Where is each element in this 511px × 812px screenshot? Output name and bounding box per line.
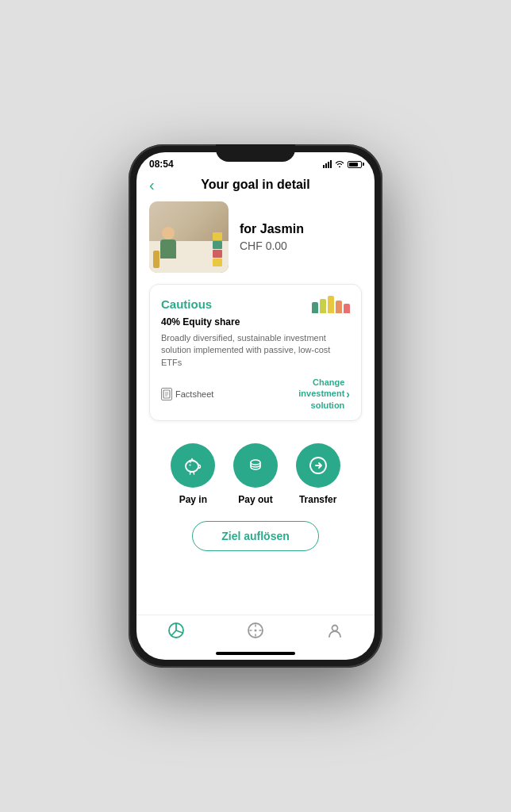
wifi-icon (335, 159, 344, 169)
investment-footer: Factsheet Change investment solution › (161, 377, 350, 411)
pay-in-action[interactable]: Pay in (171, 443, 215, 505)
transfer-label: Transfer (299, 494, 336, 505)
risk-bar-5 (344, 304, 350, 313)
risk-chart (312, 294, 350, 313)
coins-icon (244, 454, 267, 477)
status-time: 08:54 (149, 159, 174, 170)
svg-point-4 (186, 461, 198, 472)
factsheet-label: Factsheet (175, 389, 213, 399)
pay-in-label: Pay in (179, 494, 207, 505)
signal-icon (323, 160, 332, 168)
phone-frame: 08:54 (129, 144, 382, 668)
home-indicator (216, 652, 295, 655)
back-button[interactable]: ‹ (149, 177, 155, 193)
goal-card: for Jasmin CHF 0.00 (149, 201, 362, 273)
content: ‹ Your goal in detail (136, 171, 375, 615)
bottom-nav (136, 615, 375, 652)
dissolve-button[interactable]: Ziel auflösen (192, 521, 319, 551)
goal-name: for Jasmin (240, 222, 362, 236)
dissolve-button-container: Ziel auflösen (149, 521, 362, 570)
risk-bar-4 (336, 301, 342, 313)
investment-title: Cautious (161, 297, 212, 311)
status-icons (323, 159, 362, 169)
change-investment-link[interactable]: Change investment solution › (273, 377, 350, 411)
pay-in-circle (171, 443, 215, 488)
pie-chart-icon (167, 622, 185, 639)
investment-card: Cautious 40% Equity share Broadly divers… (149, 284, 362, 421)
equity-label: 40% Equity share (161, 316, 350, 327)
risk-bar-2 (320, 299, 326, 313)
goal-info: for Jasmin CHF 0.00 (240, 222, 362, 252)
pay-out-label: Pay out (238, 494, 272, 505)
svg-point-6 (251, 460, 260, 465)
page-title: Your goal in detail (201, 178, 310, 192)
piggy-bank-icon (182, 454, 204, 477)
transfer-circle (296, 443, 340, 488)
factsheet-link[interactable]: Factsheet (161, 388, 213, 400)
goal-section: for Jasmin CHF 0.00 Cautious (136, 201, 375, 583)
pay-out-circle (233, 443, 278, 488)
svg-point-11 (332, 626, 338, 631)
change-arrow-icon: › (346, 388, 350, 400)
goal-image (149, 201, 229, 273)
battery-icon (348, 161, 362, 168)
page-header: ‹ Your goal in detail (136, 171, 375, 201)
risk-bar-1 (312, 302, 318, 313)
svg-point-5 (190, 465, 191, 466)
goal-amount: CHF 0.00 (240, 239, 362, 252)
nav-explore[interactable] (247, 622, 264, 639)
investment-header: Cautious (161, 294, 350, 313)
phone-screen: 08:54 (136, 152, 375, 660)
actions-row: Pay in Pay out (149, 437, 362, 521)
person-icon (326, 622, 344, 639)
nav-portfolio[interactable] (167, 622, 185, 639)
compass-icon (247, 622, 264, 639)
notch (216, 144, 295, 162)
risk-bar-3 (328, 296, 334, 313)
change-label: Change investment solution (273, 377, 344, 411)
svg-point-10 (255, 630, 257, 632)
investment-description: Broadly diversified, sustainable investm… (161, 332, 350, 369)
pay-out-action[interactable]: Pay out (233, 443, 278, 505)
nav-profile[interactable] (326, 622, 344, 639)
document-icon (161, 388, 172, 400)
transfer-action[interactable]: Transfer (296, 443, 340, 505)
transfer-arrow-icon (307, 454, 329, 477)
